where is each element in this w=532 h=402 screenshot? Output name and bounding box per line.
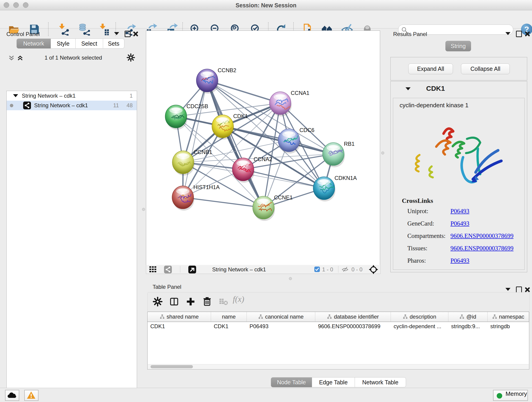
grid-view-icon[interactable] (149, 266, 160, 273)
column-header-namespac[interactable]: namespac (488, 312, 529, 322)
network-canvas[interactable]: CCNB2CCNA1CDC25BCDK1CDC6RB1CCNB1CCNA2CDK… (146, 31, 380, 265)
network-node-RB1[interactable]: RB1 (323, 141, 355, 167)
network-view-toolbar: String Network – cdk1 1 - 0 0 - 0 (146, 265, 380, 274)
column-tree-icon (459, 314, 464, 319)
birds-eye-icon[interactable] (368, 264, 379, 275)
table-settings-gear-icon[interactable] (152, 297, 163, 307)
tab-edge-table[interactable]: Edge Table (312, 377, 355, 387)
column-header-database-identifier[interactable]: database identifier (315, 312, 391, 322)
panel-menu-icon[interactable] (505, 288, 510, 291)
network-edge[interactable] (183, 80, 207, 197)
add-column-icon[interactable] (186, 297, 196, 307)
gene-description: cyclin-dependent kinase 1 (399, 102, 469, 109)
show-columns-icon[interactable] (169, 297, 179, 307)
network-edge[interactable] (183, 197, 264, 208)
network-node-CCNA2[interactable]: CCNA2 (232, 156, 272, 183)
expand-all-button[interactable]: Expand All (408, 64, 453, 74)
node-table: shared namenamecanonical namedatabase id… (147, 312, 529, 370)
network-collection-row[interactable]: String Network – cdk1 1 (7, 91, 137, 101)
column-label: canonical name (265, 313, 304, 320)
network-selection-status: 1 of 1 Network selected (30, 55, 117, 61)
control-panel-title: Control Panel (6, 31, 40, 37)
network-row[interactable]: String Network – cdk1 11 48 (7, 101, 137, 110)
panel-menu-icon[interactable] (114, 32, 119, 35)
crosslink-label: Uniprot: (407, 208, 428, 215)
main-toolbar: ? (0, 10, 532, 28)
crosslink-label: GeneCard: (407, 220, 434, 227)
column-header-canonical-name[interactable]: canonical name (247, 312, 315, 322)
crosslink-link[interactable]: 9606.ENSP00000378699 (450, 232, 513, 240)
node-label: CDC25B (186, 103, 208, 109)
crosslink-row: Tissues:9606.ENSP00000378699 (407, 245, 522, 257)
network-badge-icon[interactable] (164, 266, 172, 274)
crosslink-link[interactable]: P06493 (450, 257, 469, 264)
hidden-eye-icon[interactable] (341, 266, 349, 274)
warnings-button[interactable] (24, 390, 38, 401)
network-node-CCNE1[interactable]: CCNE1 (253, 194, 293, 221)
hidden-count: 0 - 0 (351, 266, 362, 273)
panel-float-icon[interactable] (516, 31, 522, 37)
gene-section: CDK1 cyclin-dependent kinase 1 CrossLink… (390, 81, 527, 272)
window-title: Session: New Session (0, 2, 532, 9)
separator (338, 266, 338, 273)
node-label: CDC6 (299, 127, 314, 133)
network-row-label: String Network – cdk1 (34, 102, 88, 109)
detach-view-icon[interactable] (188, 266, 196, 274)
column-header-shared-name[interactable]: shared name (147, 312, 211, 322)
cloud-button[interactable] (5, 390, 19, 401)
gene-details-box: cyclin-dependent kinase 1 CrossLinks Uni… (393, 98, 525, 270)
tab-select[interactable]: Select (76, 38, 103, 49)
cloud-icon (7, 391, 17, 399)
network-node-CDKN1A[interactable]: CDKN1A (313, 175, 357, 201)
crosslink-row: Compartments:9606.ENSP00000378699 (407, 232, 522, 245)
expand-all-icon[interactable] (17, 55, 23, 61)
column-tree-icon (492, 314, 497, 319)
crosslink-row: Uniprot:P06493 (407, 208, 522, 220)
crosslinks-title: CrossLinks (402, 197, 433, 204)
crosslink-link[interactable]: P06493 (450, 208, 469, 215)
delete-column-icon[interactable] (202, 297, 212, 307)
table-row[interactable]: CDK1CDK1P064939606.ENSP00000378699cyclin… (147, 322, 529, 331)
panel-float-icon[interactable] (125, 31, 131, 37)
selected-checkbox-icon[interactable] (314, 267, 320, 272)
table-cell: P06493 (247, 322, 315, 331)
column-label: description (410, 313, 436, 320)
crosslink-link[interactable]: 9606.ENSP00000378699 (450, 245, 513, 252)
left-splitter-handle[interactable] (142, 208, 145, 211)
column-header-name[interactable]: name (211, 312, 247, 322)
network-node-CDC25B[interactable]: CDC25B (165, 103, 208, 130)
tab-network-table[interactable]: Network Table (355, 377, 406, 387)
separator (180, 266, 180, 273)
network-options-gear-icon[interactable] (127, 53, 135, 63)
column-tree-icon (403, 314, 408, 319)
tab-sets[interactable]: Sets (103, 38, 124, 49)
tab-node-table[interactable]: Node Table (271, 377, 312, 387)
table-cell: CDK1 (211, 322, 247, 331)
scrollbar-thumb[interactable] (151, 365, 193, 368)
collection-count: 1 (130, 93, 133, 99)
column-label: database identifier (334, 313, 379, 320)
crosslink-link[interactable]: P06493 (450, 220, 469, 227)
network-node-HIST1H1A[interactable]: HIST1H1A (172, 184, 220, 211)
tab-network[interactable]: Network (17, 38, 51, 49)
tab-style[interactable]: Style (51, 38, 76, 49)
panel-menu-icon[interactable] (505, 32, 510, 35)
panel-float-icon[interactable] (516, 287, 522, 293)
right-splitter-handle[interactable] (381, 152, 384, 154)
collapse-all-button[interactable]: Collapse All (461, 64, 510, 74)
network-node-CCNB2[interactable]: CCNB2 (196, 67, 236, 94)
memory-button[interactable]: Memory (493, 390, 528, 401)
tab-string[interactable]: String (445, 41, 471, 51)
network-status-dot (10, 104, 13, 107)
collapse-all-icon[interactable] (8, 55, 15, 61)
horizontal-splitter-handle[interactable] (289, 277, 292, 280)
gene-collapse-icon[interactable] (405, 87, 411, 90)
column-header-@id[interactable]: @id (448, 312, 488, 322)
network-type-icon (23, 102, 31, 109)
memory-label: Memory (505, 390, 527, 397)
column-header-description[interactable]: description (391, 312, 448, 322)
crosslink-label: Pharos: (407, 257, 426, 264)
table-tabs: Node TableEdge TableNetwork Table (271, 377, 406, 387)
table-horizontal-scrollbar (148, 364, 529, 369)
node-label: CDKN1A (335, 175, 357, 181)
